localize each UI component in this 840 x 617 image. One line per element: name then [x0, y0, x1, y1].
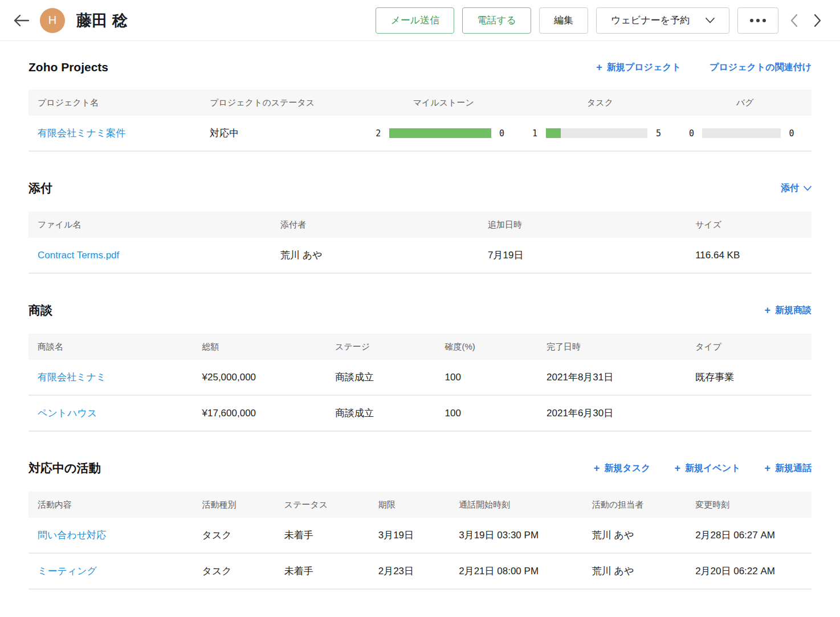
deals-table: 商談名 総額 ステージ 確度(%) 完了日時 タイプ 有限会社ミナミ ¥25,0… — [28, 334, 812, 432]
more-actions-button[interactable] — [737, 7, 778, 34]
task-progress-bar — [546, 128, 648, 138]
column-header: ファイル名 — [28, 220, 271, 230]
column-header: 商談名 — [28, 342, 193, 352]
ellipsis-icon — [756, 19, 760, 22]
avatar: H — [40, 8, 65, 33]
projects-section: Zoho Projects + 新規プロジェクト プロジェクトの関連付け プロジ… — [28, 60, 812, 152]
associate-project-link[interactable]: プロジェクトの関連付け — [709, 62, 812, 74]
project-status: 対応中 — [201, 127, 365, 140]
activity-type: タスク — [193, 529, 275, 542]
ellipsis-icon — [762, 19, 766, 22]
activity-modified-time: 2月28日 06:27 AM — [686, 529, 812, 542]
deal-type: 既存事業 — [686, 371, 812, 384]
activities-table: 活動内容 活動種別 ステータス 期限 通話開始時刻 活動の担当者 変更時刻 問い… — [28, 492, 812, 590]
activity-owner: 荒川 あや — [583, 529, 686, 542]
deal-name-link[interactable]: 有限会社ミナミ — [38, 372, 106, 383]
plus-icon: + — [674, 463, 680, 473]
attach-dropdown-label: 添付 — [781, 182, 799, 194]
column-header: ステージ — [326, 342, 435, 352]
attachments-section: 添付 添付 ファイル名 添付者 追加日時 サイズ Contract Terms.… — [28, 180, 812, 274]
new-deal-label: 新規商談 — [775, 305, 812, 316]
attachment-file-link[interactable]: Contract Terms.pdf — [38, 250, 119, 261]
column-header: 通話開始時刻 — [450, 500, 583, 510]
column-header: 活動の担当者 — [583, 500, 686, 510]
attachment-size: 116.64 KB — [686, 250, 812, 261]
send-mail-button[interactable]: メール送信 — [376, 7, 454, 34]
topbar-actions: メール送信 電話する 編集 ウェビナーを予約 — [376, 7, 825, 34]
activity-call-start: 3月19日 03:30 PM — [450, 529, 583, 542]
column-header: 添付者 — [271, 220, 479, 230]
bug-progress: 0 0 — [678, 128, 812, 139]
project-name-link[interactable]: 有限会社ミナミ案件 — [38, 128, 125, 139]
chevron-right-icon — [814, 14, 821, 27]
new-task-link[interactable]: + 新規タスク — [594, 462, 651, 474]
new-event-link[interactable]: + 新規イベント — [674, 462, 740, 474]
deal-closing-date: 2021年8月31日 — [537, 371, 686, 384]
deal-name-link[interactable]: ペントハウス — [38, 408, 97, 419]
milestone-progress-bar — [389, 128, 491, 138]
activity-call-start: 2月21日 08:00 PM — [450, 565, 583, 578]
column-header: 期限 — [369, 500, 450, 510]
column-header: ステータス — [275, 500, 369, 510]
column-header: 変更時刻 — [686, 500, 812, 510]
plus-icon: + — [594, 463, 600, 473]
attachment-row: Contract Terms.pdf 荒川 あや 7月19日 116.64 KB — [28, 238, 812, 274]
chevron-left-icon — [790, 14, 798, 27]
column-header: 総額 — [193, 342, 327, 352]
chevron-down-icon — [804, 186, 812, 191]
column-header: プロジェクト名 — [28, 98, 201, 108]
attach-dropdown-link[interactable]: 添付 — [781, 182, 812, 194]
new-call-label: 新規通話 — [775, 462, 812, 474]
attachments-table-header: ファイル名 添付者 追加日時 サイズ — [28, 212, 812, 238]
activity-due-date: 2月23日 — [369, 565, 450, 578]
activity-type: タスク — [193, 565, 275, 578]
activity-row: 問い合わせ対応 タスク 未着手 3月19日 3月19日 03:30 PM 荒川 … — [28, 518, 812, 554]
deal-stage: 商談成立 — [326, 407, 435, 420]
edit-button[interactable]: 編集 — [539, 7, 588, 34]
activity-due-date: 3月19日 — [369, 529, 450, 542]
milestone-count-open: 0 — [498, 128, 506, 139]
task-count-open: 5 — [654, 128, 662, 139]
plus-icon: + — [596, 62, 602, 72]
webinar-dropdown-button[interactable]: ウェビナーを予約 — [596, 7, 729, 34]
related-lists: Zoho Projects + 新規プロジェクト プロジェクトの関連付け プロジ… — [0, 60, 840, 590]
bug-count-open: 0 — [788, 128, 796, 139]
column-header: 完了日時 — [537, 342, 686, 352]
deal-row: ペントハウス ¥17,600,000 商談成立 100 2021年6月30日 — [28, 396, 812, 432]
column-header: プロジェクトのステータス — [201, 98, 365, 108]
back-button[interactable] — [11, 11, 31, 30]
activities-section-title: 対応中の活動 — [28, 460, 101, 476]
topbar: H 藤田 稔 メール送信 電話する 編集 ウェビナーを予約 — [0, 0, 840, 41]
projects-table-header: プロジェクト名 プロジェクトのステータス マイルストーン タスク バグ — [28, 90, 812, 116]
column-header: マイルストーン — [365, 98, 522, 108]
column-header: サイズ — [686, 220, 812, 230]
deal-amount: ¥17,600,000 — [193, 408, 327, 419]
activity-owner: 荒川 あや — [583, 565, 686, 578]
webinar-label: ウェビナーを予約 — [611, 14, 690, 27]
activity-status: 未着手 — [275, 565, 369, 578]
new-call-link[interactable]: + 新規通話 — [764, 462, 812, 474]
activity-subject-link[interactable]: ミーティング — [38, 566, 97, 577]
new-deal-link[interactable]: + 新規商談 — [764, 305, 812, 316]
new-event-label: 新規イベント — [685, 462, 741, 474]
activity-row: ミーティング タスク 未着手 2月23日 2月21日 08:00 PM 荒川 あ… — [28, 554, 812, 590]
column-header: タイプ — [686, 342, 812, 352]
activities-table-header: 活動内容 活動種別 ステータス 期限 通話開始時刻 活動の担当者 変更時刻 — [28, 492, 812, 518]
deal-probability: 100 — [435, 408, 537, 419]
new-project-link[interactable]: + 新規プロジェクト — [596, 62, 681, 74]
previous-record-button[interactable] — [786, 14, 802, 27]
column-header: 追加日時 — [479, 220, 686, 230]
attachments-section-title: 添付 — [28, 180, 52, 196]
deal-row: 有限会社ミナミ ¥25,000,000 商談成立 100 2021年8月31日 … — [28, 360, 812, 396]
associate-project-label: プロジェクトの関連付け — [709, 62, 812, 74]
column-header: 活動内容 — [28, 500, 193, 510]
call-button[interactable]: 電話する — [462, 7, 531, 34]
ellipsis-icon — [750, 19, 753, 22]
activity-subject-link[interactable]: 問い合わせ対応 — [38, 530, 106, 541]
column-header: タスク — [522, 98, 679, 108]
deal-stage: 商談成立 — [326, 371, 435, 384]
projects-section-title: Zoho Projects — [28, 60, 108, 74]
deal-amount: ¥25,000,000 — [193, 372, 327, 383]
deals-section: 商談 + 新規商談 商談名 総額 ステージ 確度(%) 完了日時 タイプ 有限会… — [28, 302, 812, 432]
next-record-button[interactable] — [810, 14, 825, 27]
